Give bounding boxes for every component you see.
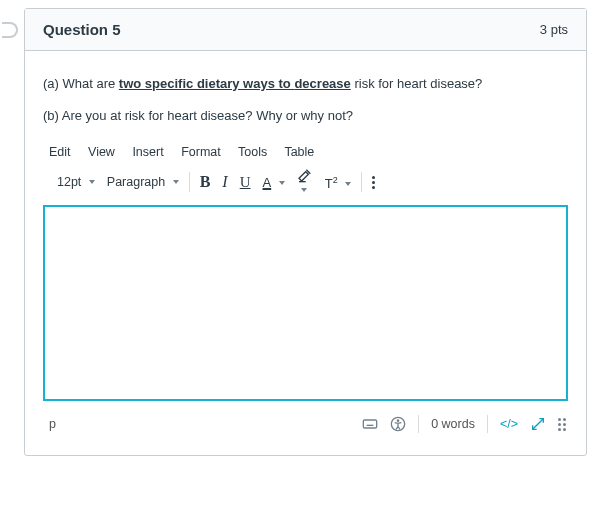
prompt-b: (b) Are you at risk for heart disease? W… xyxy=(43,107,568,125)
status-separator xyxy=(418,415,419,433)
chevron-down-icon xyxy=(345,182,351,186)
editor-menubar: Edit View Insert Format Tools Table xyxy=(43,143,568,167)
editor-statusbar: p xyxy=(43,409,568,445)
chevron-down-icon xyxy=(89,180,95,184)
highlight-icon xyxy=(297,167,313,183)
editor-toolbar: 12pt Paragraph B I U A xyxy=(43,167,568,205)
status-separator xyxy=(487,415,488,433)
fullscreen-button[interactable] xyxy=(530,416,546,432)
prompt-a-decrease: decrease xyxy=(294,76,350,91)
prompt-a-prefix: (a) What are xyxy=(43,76,119,91)
superscript-button[interactable]: T2 xyxy=(325,174,351,190)
font-size-label: 12pt xyxy=(57,175,81,189)
italic-button[interactable]: I xyxy=(222,173,227,191)
menu-insert[interactable]: Insert xyxy=(132,145,163,159)
element-path[interactable]: p xyxy=(49,417,56,431)
menu-edit[interactable]: Edit xyxy=(49,145,71,159)
menu-view[interactable]: View xyxy=(88,145,115,159)
menu-format[interactable]: Format xyxy=(181,145,221,159)
bold-button[interactable]: B xyxy=(200,173,211,191)
chevron-down-icon xyxy=(173,180,179,184)
text-color-button[interactable]: A xyxy=(263,175,285,190)
prompt-a-suffix: risk for heart disease? xyxy=(351,76,483,91)
question-indicator xyxy=(2,22,18,38)
prompt-a: (a) What are two specific dietary ways t… xyxy=(43,75,568,93)
block-format-label: Paragraph xyxy=(107,175,165,189)
html-view-button[interactable]: </> xyxy=(500,417,518,431)
menu-table[interactable]: Table xyxy=(284,145,314,159)
menu-tools[interactable]: Tools xyxy=(238,145,267,159)
prompt-a-bold-underline: two specific dietary ways to xyxy=(119,76,295,91)
highlight-button[interactable] xyxy=(297,167,313,197)
text-color-label: A xyxy=(263,175,272,190)
word-count: 0 words xyxy=(431,417,475,431)
resize-handle[interactable] xyxy=(558,418,566,431)
more-options-button[interactable] xyxy=(372,176,375,189)
question-title: Question 5 xyxy=(43,21,121,38)
question-header: Question 5 3 pts xyxy=(25,9,586,51)
underline-button[interactable]: U xyxy=(240,174,251,191)
question-points: 3 pts xyxy=(540,22,568,37)
question-card: Question 5 3 pts (a) What are two specif… xyxy=(24,8,587,456)
chevron-down-icon xyxy=(279,181,285,185)
keyboard-shortcuts-button[interactable] xyxy=(362,416,378,432)
superscript-label: T2 xyxy=(325,176,338,191)
svg-rect-1 xyxy=(363,420,376,428)
font-size-select[interactable]: 12pt xyxy=(57,175,95,189)
question-body: (a) What are two specific dietary ways t… xyxy=(25,51,586,455)
keyboard-icon xyxy=(362,416,378,432)
accessibility-button[interactable] xyxy=(390,416,406,432)
editor-textarea[interactable] xyxy=(43,205,568,401)
chevron-down-icon xyxy=(301,188,307,192)
expand-icon xyxy=(530,416,546,432)
block-format-select[interactable]: Paragraph xyxy=(107,175,179,189)
svg-point-8 xyxy=(397,420,398,421)
accessibility-icon xyxy=(390,416,406,432)
